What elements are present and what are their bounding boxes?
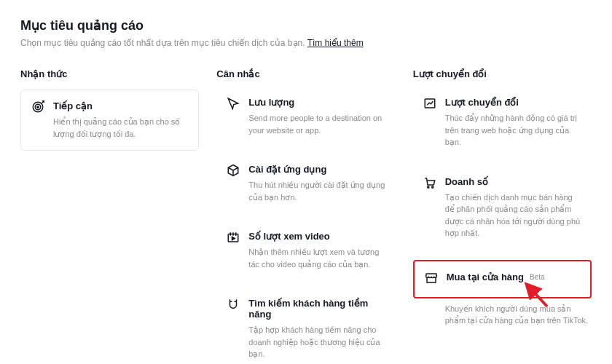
objective-card-conversions[interactable]: Lượt chuyển đổi Thúc đẩy những hành động… <box>413 90 592 156</box>
objective-card-video-views[interactable]: Số lượt xem video Nhận thêm nhiều lượt x… <box>216 223 395 277</box>
objective-title: Tiếp cận <box>53 100 188 111</box>
svg-point-14 <box>431 186 433 187</box>
objective-title: Tìm kiếm khách hàng tiềm năng <box>248 298 385 320</box>
objective-columns: Nhận thức Tiếp cận Hiển thị quảng cáo củ… <box>20 68 592 364</box>
column-consideration: Cân nhắc Lưu lượng Send more people to a… <box>216 68 395 364</box>
video-play-icon <box>227 231 240 244</box>
chart-up-icon <box>423 97 436 110</box>
objective-title: Cài đặt ứng dụng <box>248 164 385 175</box>
svg-marker-9 <box>232 237 235 240</box>
objective-desc: Tập hợp khách hàng tiềm năng cho doanh n… <box>248 324 385 360</box>
objective-desc: Send more people to a destination on you… <box>248 112 385 136</box>
objective-card-app-install[interactable]: Cài đặt ứng dụng Thu hút nhiều người cài… <box>216 157 395 210</box>
objective-card-reach[interactable]: Tiếp cận Hiển thị quảng cáo của bạn cho … <box>20 90 199 151</box>
objective-desc: Nhận thêm nhiều lượt xem và tương tác ch… <box>248 246 385 270</box>
column-heading-conversion: Lượt chuyển đổi <box>413 68 592 79</box>
column-heading-consideration: Cân nhắc <box>216 68 395 79</box>
objective-desc: Tạo chiến dịch danh mục bán hàng để phân… <box>445 191 581 240</box>
learn-more-link[interactable]: Tìm hiểu thêm <box>307 38 364 48</box>
svg-point-13 <box>427 186 428 187</box>
column-conversion: Lượt chuyển đổi Lượt chuyển đổi Thúc đẩy… <box>413 68 592 364</box>
objective-title: Doanh số <box>445 176 581 187</box>
objective-title: Số lượt xem video <box>248 231 385 242</box>
objective-desc: Thu hút nhiều người cài đặt ứng dụng của… <box>248 179 385 203</box>
objective-title: Mua tại cửa hàng Beta <box>447 272 580 282</box>
cart-icon <box>423 176 436 189</box>
magnet-icon <box>227 298 240 311</box>
highlight-annotation: Mua tại cửa hàng Beta Khuyến khích người… <box>413 260 592 327</box>
storefront-icon <box>425 272 438 285</box>
page-title: Mục tiêu quảng cáo <box>20 17 592 33</box>
cursor-icon <box>227 97 240 110</box>
objective-card-lead-gen[interactable]: Tìm kiếm khách hàng tiềm năng Tập hợp kh… <box>216 290 395 364</box>
objective-desc: Hiển thị quảng cáo của bạn cho số lượng … <box>53 116 188 140</box>
column-heading-awareness: Nhận thức <box>20 68 199 79</box>
page-subtitle: Chọn mục tiêu quảng cáo tốt nhất dựa trê… <box>20 38 592 48</box>
page-header: Mục tiêu quảng cáo Chọn mục tiêu quảng c… <box>20 17 592 48</box>
column-awareness: Nhận thức Tiếp cận Hiển thị quảng cáo củ… <box>20 68 199 364</box>
objective-desc: Thúc đẩy những hành động có giá trị trên… <box>445 112 581 149</box>
svg-point-2 <box>37 106 39 108</box>
objective-card-shop-purchase[interactable]: Mua tại cửa hàng Beta <box>413 260 592 298</box>
beta-badge: Beta <box>530 273 545 281</box>
target-icon <box>31 100 44 114</box>
objective-title: Lưu lượng <box>248 97 385 108</box>
package-icon <box>227 164 240 177</box>
objective-title: Lượt chuyển đổi <box>445 97 581 108</box>
objective-card-sales[interactable]: Doanh số Tạo chiến dịch danh mục bán hàn… <box>413 169 592 247</box>
objective-desc: Khuyến khích người dùng mua sản phẩm tại… <box>413 303 592 327</box>
objective-card-traffic[interactable]: Lưu lượng Send more people to a destinat… <box>216 90 395 143</box>
